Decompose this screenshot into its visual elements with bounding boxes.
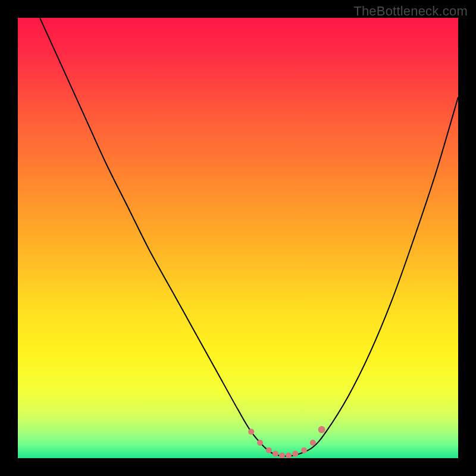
chart-frame: TheBottleneck.com — [0, 0, 476, 476]
bottleneck-chart — [18, 18, 458, 458]
highlight-marker — [310, 440, 316, 446]
plot-area — [18, 18, 458, 458]
highlight-marker — [292, 451, 298, 457]
highlight-marker — [301, 447, 307, 453]
highlight-marker — [248, 429, 254, 435]
gradient-background — [18, 18, 458, 458]
highlight-marker — [257, 440, 263, 446]
highlight-marker — [318, 426, 325, 433]
watermark-text: TheBottleneck.com — [353, 4, 468, 19]
highlight-marker — [273, 451, 278, 457]
highlight-marker — [266, 447, 272, 453]
